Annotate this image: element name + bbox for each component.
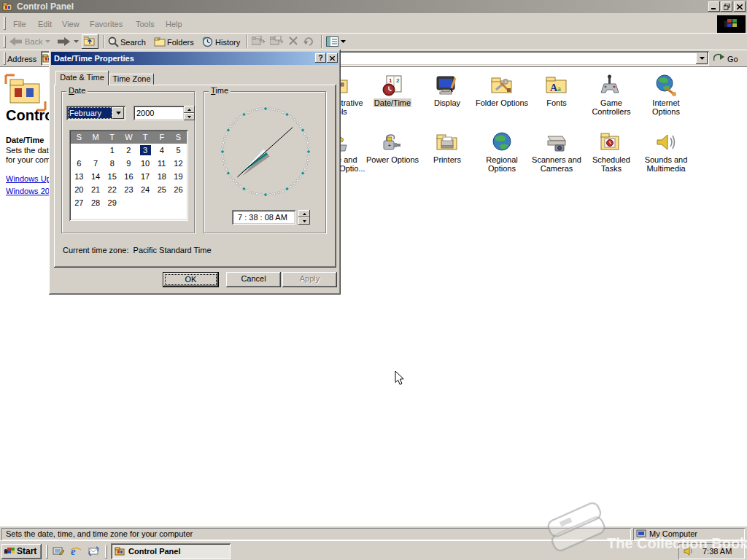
printers-icon	[436, 131, 459, 154]
addressbar-grip[interactable]	[4, 52, 6, 65]
search-icon	[108, 36, 119, 47]
search-label: Search	[120, 38, 146, 47]
time-field[interactable]: 7 : 38 : 08 AM	[232, 210, 295, 225]
calendar-week2[interactable]: 6789101112	[71, 157, 187, 170]
analog-clock	[218, 104, 313, 199]
icon-scanners-cameras[interactable]: Scanners andCameras	[529, 131, 584, 173]
restore-button[interactable]	[721, 1, 732, 12]
undo-icon[interactable]	[303, 36, 315, 46]
month-dropdown-button[interactable]	[112, 107, 124, 119]
icon-game-controllers[interactable]: GameControllers	[584, 74, 639, 116]
ie-throbber	[717, 15, 746, 34]
quicklaunch-grip[interactable]	[46, 545, 48, 559]
start-button[interactable]: Start	[1, 544, 42, 559]
time-up-button[interactable]	[298, 210, 310, 217]
icon-printers[interactable]: Printers	[419, 131, 475, 164]
icon-fonts[interactable]: Aa Fonts	[529, 74, 584, 107]
scanners-cameras-icon	[545, 131, 568, 154]
back-arrow-icon	[9, 37, 23, 46]
icon-folder-options[interactable]: Folder Options	[474, 74, 530, 107]
statusbar-zone-pane: My Computer	[633, 528, 745, 540]
back-button[interactable]: Back	[9, 35, 55, 49]
calendar-week3[interactable]: 13141516171819	[71, 170, 187, 183]
time-down-button[interactable]	[298, 217, 310, 225]
control-panel-window-icon	[2, 1, 12, 12]
up-button[interactable]	[82, 34, 98, 49]
task-button-control-panel[interactable]: Control Panel	[111, 543, 231, 559]
control-panel-banner-icon	[4, 74, 47, 112]
month-combobox[interactable]: February	[66, 106, 125, 120]
year-down-button[interactable]	[184, 113, 195, 120]
delete-icon[interactable]	[289, 36, 298, 45]
views-button[interactable]	[326, 35, 347, 49]
forward-dropdown-icon[interactable]	[74, 40, 79, 44]
toolbar-grip[interactable]	[4, 36, 6, 48]
sounds-multimedia-icon	[654, 131, 678, 154]
menu-file[interactable]: File	[13, 20, 26, 28]
time-spinner[interactable]	[298, 210, 310, 225]
dialog-help-button[interactable]: ?	[315, 53, 326, 63]
icon-display[interactable]: Display	[419, 74, 475, 107]
copy-to-icon[interactable]	[270, 36, 284, 47]
show-desktop-icon[interactable]	[53, 545, 64, 557]
svg-text:e: e	[71, 545, 76, 557]
folders-button[interactable]: Folders	[154, 35, 196, 49]
dialog-close-button[interactable]	[327, 53, 338, 63]
move-to-icon[interactable]	[252, 36, 266, 47]
calendar[interactable]: SMTWTFS 12345 6789101112 13141516171819 …	[69, 130, 188, 221]
taskbar-grip[interactable]	[105, 545, 107, 559]
year-spinner[interactable]	[184, 106, 195, 120]
cancel-button[interactable]: Cancel	[226, 272, 281, 287]
up-folder-icon	[84, 36, 96, 46]
back-dropdown-icon[interactable]	[45, 40, 50, 44]
address-dropdown-button[interactable]	[696, 52, 708, 64]
volume-icon[interactable]	[684, 546, 694, 556]
icon-date-time[interactable]: 12 Date/Time	[365, 74, 420, 107]
menu-edit[interactable]: Edit	[38, 20, 52, 28]
power-options-icon: +	[381, 131, 404, 154]
icon-regional-options[interactable]: RegionalOptions	[474, 131, 530, 173]
icon-scheduled-tasks[interactable]: ScheduledTasks	[584, 131, 639, 173]
menu-view[interactable]: View	[62, 20, 80, 28]
toolbar: Back Search Folders History	[0, 33, 747, 50]
icon-sounds-multimedia[interactable]: Sounds andMultimedia	[638, 131, 694, 173]
tab-time-zone[interactable]: Time Zone	[109, 74, 154, 85]
history-label: History	[215, 38, 240, 47]
search-button[interactable]: Search	[108, 35, 149, 49]
calendar-week4[interactable]: 20212223242526	[71, 183, 187, 196]
history-button[interactable]: History	[202, 35, 244, 49]
fonts-icon: Aa	[545, 74, 568, 97]
dialog-titlebar[interactable]: Date/Time Properties	[51, 52, 338, 65]
year-value: 2000	[136, 109, 154, 117]
folder-options-icon	[490, 74, 514, 97]
my-computer-icon	[636, 529, 646, 539]
go-button[interactable]: Go	[713, 52, 743, 66]
outlook-express-icon[interactable]	[88, 545, 100, 557]
year-up-button[interactable]	[184, 106, 195, 113]
statusbar-message-pane: Sets the date, time, and time zone for y…	[1, 528, 631, 540]
date-time-icon: 12	[381, 74, 404, 97]
ok-button[interactable]: OK	[163, 272, 219, 287]
apply-button[interactable]: Apply	[282, 272, 337, 287]
date-time-properties-dialog: Date/Time Properties ? Date & Time Time …	[49, 50, 341, 295]
icon-power-options[interactable]: + Power Options	[365, 131, 420, 164]
close-button[interactable]	[734, 1, 746, 12]
minimize-button[interactable]	[708, 1, 720, 12]
tab-date-time[interactable]: Date & Time	[55, 71, 109, 85]
menubar-grip[interactable]	[4, 17, 6, 30]
menu-favorites[interactable]: Favorites	[90, 20, 123, 28]
year-field[interactable]: 2000	[133, 106, 185, 120]
calendar-week1[interactable]: 12345	[71, 144, 187, 157]
forward-button[interactable]	[57, 35, 80, 49]
views-dropdown-icon	[341, 40, 346, 44]
calendar-week5[interactable]: 272829	[71, 196, 187, 209]
folders-icon	[154, 36, 166, 47]
tray-clock[interactable]: 7:38 AM	[703, 547, 732, 556]
menu-help[interactable]: Help	[166, 20, 182, 28]
icon-internet-options[interactable]: InternetOptions	[638, 74, 694, 116]
go-label: Go	[727, 55, 738, 63]
internet-explorer-icon[interactable]: e	[70, 545, 82, 557]
svg-text:2: 2	[396, 77, 400, 84]
svg-text:+: +	[388, 143, 391, 148]
menu-tools[interactable]: Tools	[136, 20, 155, 28]
